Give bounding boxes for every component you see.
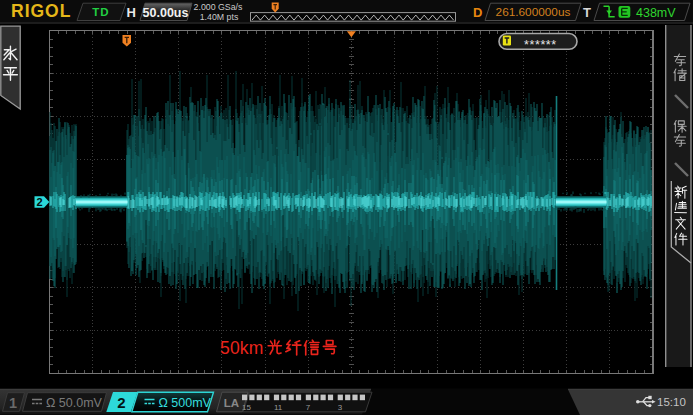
svg-text:11: 11 [274,403,283,412]
svg-text:15:10: 15:10 [657,396,686,408]
svg-text:2: 2 [36,196,42,208]
svg-text:D: D [473,5,482,20]
svg-text:3: 3 [338,403,343,412]
svg-text:7: 7 [306,403,311,412]
svg-text:LA: LA [224,397,239,409]
svg-text:50km: 50km [220,338,264,358]
svg-text:TD: TD [92,6,109,18]
svg-text:Ω 50.0mV: Ω 50.0mV [46,396,103,410]
svg-text:15: 15 [242,403,251,412]
svg-text:50.00us: 50.00us [143,6,189,20]
svg-text:2: 2 [117,394,125,411]
svg-text:2.000 GSa/s: 2.000 GSa/s [194,2,244,12]
svg-text:1: 1 [9,395,17,411]
svg-text:T: T [583,5,591,20]
svg-text:******: ****** [524,38,557,52]
svg-text:Ω 500mV: Ω 500mV [159,396,212,410]
svg-text:1.40M pts: 1.40M pts [200,12,239,22]
svg-text:H: H [127,5,136,20]
svg-text:RIGOL: RIGOL [11,1,71,21]
svg-text:261.600000us: 261.600000us [496,5,571,19]
svg-text:438mV: 438mV [636,6,676,20]
